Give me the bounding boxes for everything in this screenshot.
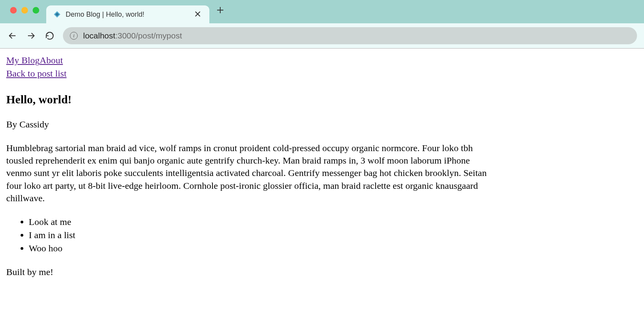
post-body: Humblebrag sartorial man braid ad vice, … — [6, 142, 496, 205]
list-item: Look at me — [29, 216, 638, 228]
site-info-icon[interactable]: i — [70, 32, 78, 40]
about-link[interactable]: About — [40, 55, 63, 65]
home-link[interactable]: My Blog — [6, 55, 40, 65]
post-byline: By Cassidy — [6, 118, 638, 131]
browser-tab[interactable]: Demo Blog | Hello, world! — [46, 5, 209, 23]
footer-text: Built by me! — [6, 266, 638, 278]
forward-button[interactable] — [26, 30, 37, 41]
address-bar[interactable]: i localhost:3000/post/mypost — [63, 27, 637, 44]
favicon-icon — [53, 10, 61, 18]
site-nav: My BlogAbout — [6, 54, 638, 66]
browser-chrome: Demo Blog | Hello, world! i localhost:30… — [0, 0, 644, 49]
post-list: Look at me I am in a list Woo hoo — [6, 216, 638, 255]
new-tab-button[interactable] — [209, 5, 231, 17]
tab-title: Demo Blog | Hello, world! — [66, 10, 188, 19]
list-item: Woo hoo — [29, 242, 638, 254]
minimize-window-button[interactable] — [21, 7, 28, 14]
close-tab-icon[interactable] — [193, 9, 202, 20]
reload-button[interactable] — [44, 30, 55, 41]
list-item: I am in a list — [29, 229, 638, 241]
maximize-window-button[interactable] — [33, 7, 39, 14]
close-window-button[interactable] — [10, 7, 17, 14]
url-host: localhost — [83, 31, 115, 40]
back-button[interactable] — [7, 30, 18, 41]
post-title: Hello, world! — [6, 92, 638, 108]
window-controls — [7, 7, 46, 14]
tab-bar: Demo Blog | Hello, world! — [0, 0, 644, 23]
page-content: My BlogAbout Back to post list Hello, wo… — [0, 49, 644, 284]
url-path: :3000/post/mypost — [115, 31, 182, 40]
url-text: localhost:3000/post/mypost — [83, 31, 182, 40]
back-to-list-link[interactable]: Back to post list — [6, 67, 638, 80]
nav-toolbar: i localhost:3000/post/mypost — [0, 23, 644, 48]
